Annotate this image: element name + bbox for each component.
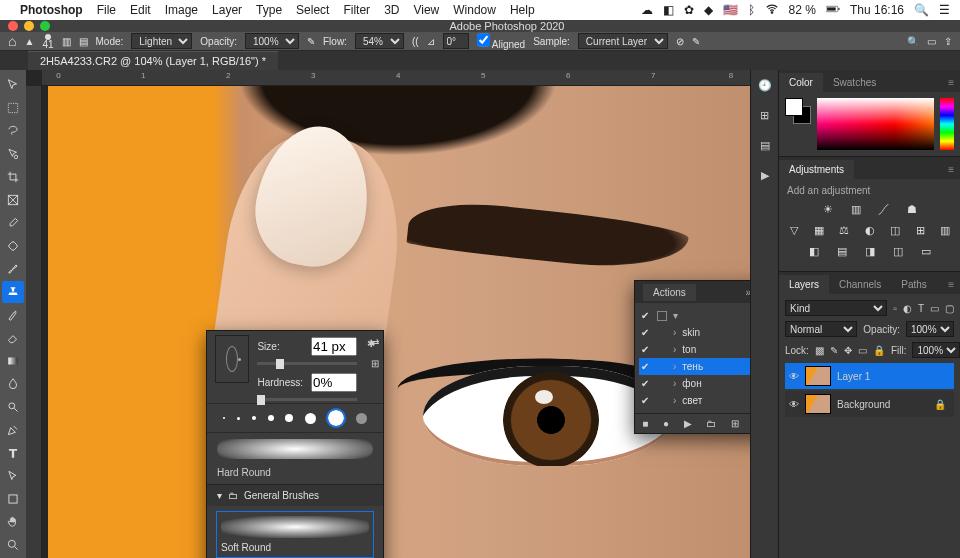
visibility-eye-icon[interactable]: 👁	[789, 371, 799, 382]
filter-type-icon[interactable]: T	[918, 303, 924, 314]
battery-icon[interactable]	[826, 2, 840, 19]
marquee-tool[interactable]	[2, 97, 24, 119]
airbrush-icon[interactable]: ((	[412, 36, 419, 47]
new-action-icon[interactable]: ⊞	[731, 418, 739, 429]
exposure-icon[interactable]: ☗	[904, 202, 920, 216]
color-lookup-icon[interactable]: ▥	[939, 223, 952, 237]
menu-file[interactable]: File	[97, 3, 116, 17]
ruler-vertical[interactable]	[26, 86, 42, 558]
lasso-tool[interactable]	[2, 120, 24, 142]
tray-icon[interactable]: ◆	[704, 3, 713, 17]
layer-thumbnail[interactable]	[805, 366, 831, 386]
record-icon[interactable]: ●	[663, 418, 669, 429]
filter-shape-icon[interactable]: ▭	[930, 303, 939, 314]
selective-color-icon[interactable]: ◫	[890, 244, 906, 258]
brush-preset-picker[interactable]: ▥	[62, 36, 71, 47]
document-tab[interactable]: 2H5A4233.CR2 @ 104% (Layer 1, RGB/16") *	[28, 51, 278, 70]
brush-tool[interactable]	[2, 258, 24, 280]
brush-preset-item[interactable]: Soft Round	[217, 512, 373, 557]
clone-stamp-tool[interactable]	[2, 281, 24, 303]
history-brush-tool[interactable]	[2, 304, 24, 326]
lock-position-icon[interactable]: ✥	[844, 345, 852, 356]
panel-menu-icon[interactable]: ≡	[938, 160, 960, 179]
tray-icon[interactable]: ✿	[684, 3, 694, 17]
clock[interactable]: Thu 16:16	[850, 3, 904, 17]
actions-tab[interactable]: Actions	[643, 284, 696, 301]
visibility-eye-icon[interactable]: 👁	[789, 399, 799, 410]
checkbox-icon[interactable]: ✔	[639, 310, 651, 321]
spotlight-icon[interactable]: 🔍	[914, 3, 929, 17]
stop-icon[interactable]: ■	[642, 418, 648, 429]
brightness-contrast-icon[interactable]: ☀	[820, 202, 836, 216]
menu-select[interactable]: Select	[296, 3, 329, 17]
hue-sat-icon[interactable]: ▦	[812, 223, 825, 237]
chevron-down-icon[interactable]: ▾	[673, 310, 678, 321]
lock-artboard-icon[interactable]: ▭	[858, 345, 867, 356]
zoom-tool[interactable]	[2, 534, 24, 556]
dialog-toggle[interactable]	[657, 311, 667, 321]
action-item[interactable]: свет	[682, 395, 702, 406]
layer-row[interactable]: 👁 Layer 1	[785, 363, 954, 389]
minimize-window-button[interactable]	[24, 21, 34, 31]
frame-tool[interactable]	[2, 189, 24, 211]
layer-opacity-select[interactable]: 100%	[906, 321, 954, 337]
blend-mode-select[interactable]: Normal	[785, 321, 857, 337]
brush-angle-input[interactable]	[443, 33, 469, 49]
menu-3d[interactable]: 3D	[384, 3, 399, 17]
brush-hardness-slider[interactable]	[257, 398, 357, 401]
bluetooth-icon[interactable]: ᛒ	[748, 3, 755, 17]
action-item[interactable]: тень	[682, 361, 703, 372]
menu-layer[interactable]: Layer	[212, 3, 242, 17]
menu-type[interactable]: Type	[256, 3, 282, 17]
close-window-button[interactable]	[8, 21, 18, 31]
quick-select-tool[interactable]	[2, 143, 24, 165]
control-center-icon[interactable]: ☰	[939, 3, 950, 17]
checkbox-icon[interactable]: ✔	[639, 395, 651, 406]
tab-paths[interactable]: Paths	[891, 275, 937, 294]
panel-menu-icon[interactable]: ≡	[938, 73, 960, 92]
home-icon[interactable]: ⌂	[8, 33, 16, 49]
gradient-tool[interactable]	[2, 350, 24, 372]
brush-size-presets-row[interactable]	[207, 403, 383, 433]
invert-icon[interactable]: ◧	[806, 244, 822, 258]
type-tool[interactable]	[2, 442, 24, 464]
lock-transparent-icon[interactable]: ▩	[815, 345, 824, 356]
crop-tool[interactable]	[2, 166, 24, 188]
gradient-map-icon[interactable]: ▭	[918, 244, 934, 258]
hand-tool[interactable]	[2, 511, 24, 533]
checkbox-icon[interactable]: ✔	[639, 344, 651, 355]
checkbox-icon[interactable]: ✔	[639, 361, 651, 372]
dodge-tool[interactable]	[2, 396, 24, 418]
ruler-horizontal[interactable]: 012345678	[42, 70, 750, 86]
checkbox-icon[interactable]: ✔	[639, 327, 651, 338]
history-panel-icon[interactable]: 🕘	[756, 76, 774, 94]
blend-mode-select[interactable]: Lighten	[131, 33, 192, 49]
brush-angle-preview[interactable]	[215, 335, 249, 383]
brushes-panel-icon[interactable]: ▤	[756, 136, 774, 154]
foreground-background-colors[interactable]	[785, 98, 811, 124]
checkbox-icon[interactable]: ✔	[639, 378, 651, 389]
ignore-adjustments-icon[interactable]: ⊘	[676, 36, 684, 47]
filter-smart-icon[interactable]: ▢	[945, 303, 954, 314]
menu-image[interactable]: Image	[165, 3, 198, 17]
photo-filter-icon[interactable]: ◫	[888, 223, 901, 237]
layer-name[interactable]: Layer 1	[837, 371, 870, 382]
properties-panel-icon[interactable]: ⊞	[756, 106, 774, 124]
stamp-tool-icon[interactable]: ▲	[24, 36, 34, 47]
curves-icon[interactable]	[876, 202, 892, 216]
menu-window[interactable]: Window	[453, 3, 496, 17]
layer-filter-kind[interactable]: Kind	[785, 300, 887, 316]
zoom-window-button[interactable]	[40, 21, 50, 31]
brush-size-input[interactable]	[311, 337, 357, 356]
color-balance-icon[interactable]: ⚖	[838, 223, 851, 237]
new-preset-icon[interactable]: ⊞	[371, 358, 379, 369]
canvas[interactable]: the remaining hair can be removed with a…	[42, 86, 750, 558]
path-select-tool[interactable]	[2, 465, 24, 487]
opacity-select[interactable]: 100%	[245, 33, 299, 49]
levels-icon[interactable]: ▥	[848, 202, 864, 216]
action-item[interactable]: ton	[682, 344, 696, 355]
flow-select[interactable]: 54%	[355, 33, 404, 49]
brush-folder[interactable]: ▾🗀General Brushes	[207, 484, 383, 506]
hue-bar[interactable]	[940, 98, 954, 150]
lock-all-icon[interactable]: 🔒	[873, 345, 885, 356]
